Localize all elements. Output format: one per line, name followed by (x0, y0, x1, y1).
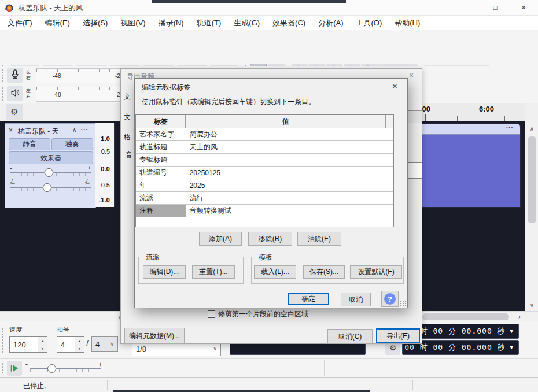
dialog-close-icon[interactable]: × (392, 81, 397, 91)
recording-meter-button[interactable] (7, 68, 23, 83)
vertical-scroll-thumb[interactable] (528, 136, 536, 223)
tag-cell[interactable]: 年 (136, 179, 186, 191)
menu-file[interactable]: 文件(F) (1, 18, 39, 28)
time-signature-upper-spinner[interactable]: 4 ▲ ▼ (57, 336, 84, 353)
table-row[interactable]: 专辑标题 (136, 154, 393, 167)
track-menu-icon[interactable]: ⋯ (80, 125, 88, 134)
browse-button-fragment[interactable] (407, 110, 422, 123)
value-cell[interactable]: 天上的风 (186, 141, 386, 153)
value-cell[interactable]: 流行 (186, 192, 386, 204)
help-button[interactable]: ? (381, 291, 399, 307)
minimize-button[interactable]: – (454, 0, 481, 15)
ok-button[interactable]: 确定 (288, 293, 329, 305)
gain-slider[interactable] (45, 168, 53, 177)
template-load-button[interactable]: 载入(L)... (254, 265, 296, 279)
track-control-panel[interactable]: × 杭盖乐队 - 天 ∧ ⋯ 静音 独奏 效果器 - + 左 右 (5, 123, 96, 208)
tag-cell[interactable]: 艺术家名字 (136, 128, 186, 140)
timeline-options-button[interactable]: ⚙ (6, 104, 23, 120)
menu-help[interactable]: 帮助(H) (388, 18, 426, 28)
menu-analyze[interactable]: 分析(A) (312, 18, 349, 28)
spin-down-icon[interactable]: ▼ (38, 345, 47, 353)
table-row-selected[interactable]: 注释 音频转换测试 (136, 205, 393, 217)
menu-edit[interactable]: 编辑(E) (39, 18, 76, 28)
solo-button[interactable]: 独奏 (51, 138, 93, 150)
table-row[interactable]: 流派 流行 (136, 192, 393, 205)
scroll-up-button[interactable]: ∧ (525, 123, 538, 134)
table-row[interactable]: 艺术家名字 简鹿办公 (136, 128, 393, 141)
export-cancel-button[interactable]: 取消(C) (327, 329, 373, 344)
template-set-default-button[interactable]: 设置默认(F) (350, 265, 402, 279)
maximize-button[interactable]: □ (481, 0, 509, 15)
genre-reset-button[interactable]: 重置(T)... (192, 265, 235, 279)
timesig-spin-buttons: ▲ ▼ (75, 337, 84, 352)
track-collapse-icon[interactable]: ∧ (72, 127, 76, 133)
template-load-label: 载入(L)... (261, 267, 289, 277)
export-button[interactable]: 导出(E) (376, 328, 420, 343)
table-scroll-gutter (386, 217, 393, 230)
mute-label: 静音 (23, 139, 36, 149)
value-cell[interactable]: 20250125 (186, 167, 386, 179)
combo-arrow-icon: ∨ (110, 341, 114, 347)
value-cell[interactable]: 2025 (186, 179, 386, 191)
dialog-resize-grip[interactable] (400, 300, 406, 306)
table-row-empty[interactable] (136, 217, 393, 230)
tag-cell[interactable]: 轨道标题 (136, 141, 186, 153)
edit-metadata-button[interactable]: 编辑元数据(M)... (124, 328, 185, 344)
menu-effect[interactable]: 效果器(C) (266, 18, 312, 28)
tag-cell[interactable] (136, 217, 186, 230)
cancel-button[interactable]: 取消 (341, 293, 371, 306)
pan-slider[interactable] (43, 183, 51, 192)
scroll-down-button[interactable]: ∨ (525, 299, 538, 310)
tag-cell[interactable]: 轨道编号 (136, 167, 186, 179)
horizontal-scroll-thumb[interactable] (422, 313, 509, 320)
menu-generate[interactable]: 生成(G) (227, 18, 266, 28)
effects-button[interactable]: 效果器 (9, 151, 93, 164)
playback-meter-grip[interactable] (1, 87, 5, 101)
table-row[interactable]: 年 2025 (136, 179, 393, 192)
spin-up-icon[interactable]: ▲ (38, 337, 47, 345)
vertical-ruler[interactable]: 1.0 0.5 0.0 -0.5 -1.0 (95, 123, 115, 207)
speed-slider[interactable] (47, 364, 56, 373)
metadata-table[interactable]: 标签 值 艺术家名字 简鹿办公 轨道标题 天上的风 专辑标题 轨道编号 (135, 114, 394, 227)
tag-cell-selected[interactable]: 注释 (136, 205, 186, 217)
audio-position-display[interactable] (230, 342, 366, 355)
genre-edit-button[interactable]: 编辑(D)... (143, 265, 186, 279)
menu-tools[interactable]: 工具(O) (349, 18, 388, 28)
recording-meter[interactable]: -48 -24 (36, 68, 121, 83)
menu-tracks[interactable]: 轨道(T) (190, 18, 228, 28)
clear-button[interactable]: 清除(E) (297, 232, 341, 246)
value-cell[interactable] (186, 217, 386, 230)
remove-button[interactable]: 移除(R) (248, 232, 292, 246)
value-cell[interactable] (186, 154, 386, 166)
track-name[interactable]: 杭盖乐队 - 天 (18, 127, 59, 136)
close-button[interactable]: × (509, 0, 538, 15)
value-cell[interactable]: 简鹿办公 (186, 128, 386, 140)
add-button[interactable]: 添加(A) (199, 232, 242, 246)
play-speed-grip[interactable] (1, 363, 5, 374)
track-close-icon[interactable]: × (9, 126, 13, 134)
tempo-spinner[interactable]: 120 ▲ ▼ (9, 336, 47, 353)
playback-meter[interactable]: -48 -24 (36, 87, 121, 102)
playback-meter-button[interactable] (7, 86, 23, 101)
dialog-close-icon[interactable]: × (409, 71, 414, 80)
spin-up-icon[interactable]: ▲ (75, 337, 84, 345)
clip-menu-icon[interactable]: ⋯ (506, 123, 513, 132)
menu-select[interactable]: 选择(S) (76, 18, 114, 28)
time-toolbar-grip[interactable] (1, 327, 5, 353)
scroll-right-button[interactable]: › (514, 312, 525, 321)
play-at-speed-button[interactable] (7, 361, 22, 376)
template-save-button[interactable]: 保存(S)... (303, 265, 345, 279)
menu-view[interactable]: 视图(V) (114, 18, 152, 28)
vertical-scrollbar[interactable]: ∧ ∨ (525, 121, 538, 311)
table-row[interactable]: 轨道标题 天上的风 (136, 141, 393, 154)
tag-cell[interactable]: 流派 (136, 192, 186, 204)
tag-cell[interactable]: 专辑标题 (136, 154, 186, 166)
table-row[interactable]: 轨道编号 20250125 (136, 167, 393, 179)
mute-button[interactable]: 静音 (9, 138, 50, 150)
menu-transport[interactable]: 播录(N) (152, 18, 190, 28)
value-cell[interactable]: 音频转换测试 (186, 205, 386, 217)
spin-down-icon[interactable]: ▼ (75, 345, 84, 353)
trim-checkbox[interactable] (208, 310, 215, 318)
recording-meter-grip[interactable] (1, 68, 5, 82)
time-signature-lower-dropdown[interactable]: 4 ∨ (91, 336, 118, 352)
